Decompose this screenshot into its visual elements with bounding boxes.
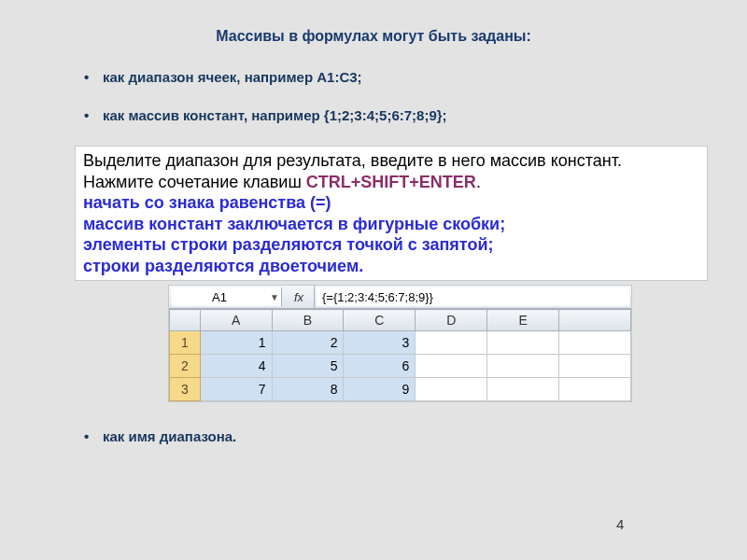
slide-title: Массивы в формулах могут быть заданы: bbox=[56, 28, 691, 45]
cell-C1[interactable]: 3 bbox=[344, 331, 416, 355]
formula-bar: A1 ▼ fx {={1;2;3:4;5;6:7;8;9}} bbox=[169, 286, 631, 309]
cell-extra-3[interactable] bbox=[559, 378, 631, 401]
row-header-3[interactable]: 3 bbox=[170, 378, 201, 401]
cell-extra-2[interactable] bbox=[559, 355, 631, 378]
instruction-suffix: . bbox=[476, 173, 481, 191]
cell-A3[interactable]: 7 bbox=[200, 378, 272, 401]
cell-C3[interactable]: 9 bbox=[344, 378, 416, 401]
cell-C2[interactable]: 6 bbox=[344, 355, 416, 378]
bullet-1: как диапазон ячеек, например А1:С3; bbox=[103, 69, 691, 85]
note-line-3: элементы строки разделяются точкой с зап… bbox=[83, 234, 699, 256]
col-header-D[interactable]: D bbox=[416, 310, 487, 331]
grid: A B C D E 1 1 2 3 2 4 5 6 bbox=[169, 309, 631, 401]
row-header-2[interactable]: 2 bbox=[170, 355, 201, 378]
spreadsheet: A1 ▼ fx {={1;2;3:4;5;6:7;8;9}} A B C D E… bbox=[168, 285, 632, 402]
formula-input[interactable]: {={1;2;3:4;5;6:7;8;9}} bbox=[317, 287, 629, 306]
instruction-box: Выделите диапазон для результата, введит… bbox=[75, 146, 708, 281]
cell-D2[interactable] bbox=[416, 355, 487, 378]
cell-D3[interactable] bbox=[416, 378, 487, 401]
name-box-value: A1 bbox=[171, 290, 268, 304]
cell-B3[interactable]: 8 bbox=[272, 378, 344, 401]
col-header-B[interactable]: B bbox=[272, 310, 344, 331]
note-line-2: массив констант заключается в фигурные с… bbox=[83, 214, 699, 235]
fx-icon[interactable]: fx bbox=[284, 286, 315, 308]
col-header-extra bbox=[559, 310, 631, 331]
bullet-3: как имя диапазона. bbox=[103, 428, 691, 444]
cell-E1[interactable] bbox=[487, 331, 559, 355]
page-number: 4 bbox=[616, 516, 624, 532]
bullet-2: как массив констант, например {1;2;3:4;5… bbox=[103, 107, 691, 123]
name-box[interactable]: A1 ▼ bbox=[171, 287, 282, 306]
cell-A2[interactable]: 4 bbox=[200, 355, 272, 378]
cell-D1[interactable] bbox=[416, 331, 487, 355]
instruction-prefix: Нажмите сочетание клавиш bbox=[83, 173, 306, 191]
instruction-line-1: Выделите диапазон для результата, введит… bbox=[83, 150, 699, 172]
row-header-1[interactable]: 1 bbox=[170, 331, 201, 355]
key-combo: CTRL+SHIFT+ENTER bbox=[306, 173, 476, 191]
note-line-4: строки разделяются двоеточием. bbox=[83, 256, 699, 277]
cell-extra-1[interactable] bbox=[559, 331, 631, 355]
cell-B1[interactable]: 2 bbox=[272, 331, 344, 355]
bullet-list: как диапазон ячеек, например А1:С3; как … bbox=[103, 69, 691, 123]
col-header-C[interactable]: C bbox=[344, 310, 416, 331]
instruction-line-2: Нажмите сочетание клавиш CTRL+SHIFT+ENTE… bbox=[83, 172, 699, 193]
cell-E2[interactable] bbox=[487, 355, 559, 378]
cell-A1[interactable]: 1 bbox=[200, 331, 272, 355]
col-header-A[interactable]: A bbox=[200, 310, 272, 331]
cell-B2[interactable]: 5 bbox=[272, 355, 344, 378]
note-line-1: начать со знака равенства (=) bbox=[83, 192, 699, 214]
select-all-corner[interactable] bbox=[170, 310, 201, 331]
chevron-down-icon[interactable]: ▼ bbox=[268, 292, 281, 302]
col-header-E[interactable]: E bbox=[487, 310, 559, 331]
cell-E3[interactable] bbox=[487, 378, 559, 401]
